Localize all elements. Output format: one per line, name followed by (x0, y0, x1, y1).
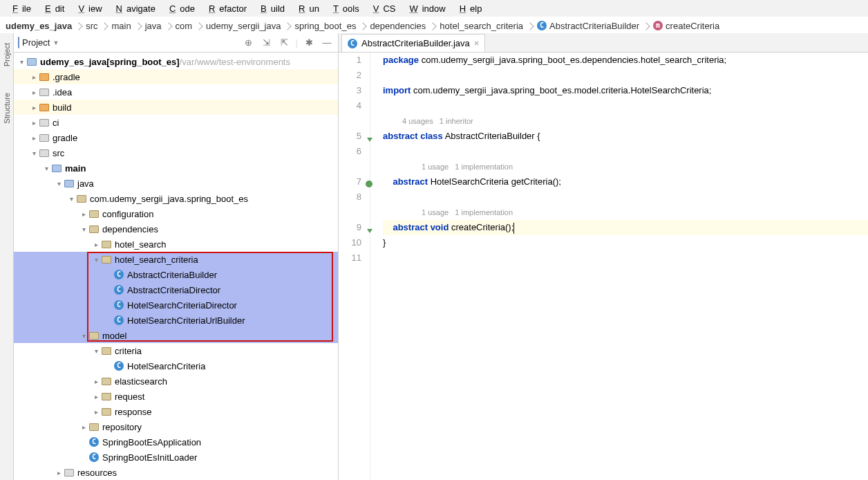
tree-item-hotelsearchcriteriadirector[interactable]: ·CHotelSearchCriteriaDirector (14, 297, 338, 313)
tree-item-main[interactable]: ▾main (14, 160, 338, 176)
code-area[interactable]: 1234 56 78 91011 package com.udemy_sergi… (339, 53, 868, 480)
tree-item-src[interactable]: ▾src (14, 145, 338, 160)
tree-item-hotel-search[interactable]: ▸hotel_search (14, 237, 338, 252)
tree-item-repository[interactable]: ▸repository (14, 419, 338, 434)
editor: C AbstractCriteriaBuilder.java × 1234 56… (339, 33, 868, 480)
breadcrumbs: udemy_es_javasrcmainjavacomudemy_sergii_… (0, 17, 868, 33)
locate-icon[interactable]: ⊕ (242, 36, 256, 50)
menu-file[interactable]: File (4, 3, 35, 15)
tree-item-build[interactable]: ▸build (14, 100, 338, 115)
breadcrumb-hotel_search_criteria[interactable]: hotel_search_criteria (438, 21, 525, 31)
breadcrumb-abstractcriteriabuilder[interactable]: C AbstractCriteriaBuilder (536, 21, 641, 31)
hide-icon[interactable]: — (320, 36, 334, 50)
tree-item-java[interactable]: ▾java (14, 176, 338, 191)
tree-item-gradle[interactable]: ▸gradle (14, 130, 338, 145)
tree-item--idea[interactable]: ▸.idea (14, 84, 338, 100)
menu-build[interactable]: Build (252, 3, 289, 15)
menu-navigate[interactable]: Navigate (108, 3, 160, 15)
breadcrumb-com[interactable]: com (174, 21, 194, 31)
structure-tool-tab[interactable]: Structure (3, 90, 11, 127)
tree-item-abstractcriteriadirector[interactable]: ·CAbstractCriteriaDirector (14, 282, 338, 297)
tree-item-response[interactable]: ▸response (14, 404, 338, 419)
project-tree[interactable]: ▾udemy_es_java [spring_boot_es] /var/www… (14, 53, 338, 480)
project-panel-header: Project ▼ ⊕ ⇲ ⇱ | ✱ — (14, 33, 338, 53)
breadcrumb-createcriteria[interactable]: m createCriteria (652, 21, 721, 31)
menu-tools[interactable]: Tools (325, 3, 364, 15)
menu-run[interactable]: Run (290, 3, 323, 15)
tree-item--gradle[interactable]: ▸.gradle (14, 69, 338, 84)
breadcrumb-main[interactable]: main (110, 21, 132, 31)
code[interactable]: package com.udemy_sergii_java.spring_boo… (370, 53, 868, 480)
breadcrumb-udemy_sergii_java[interactable]: udemy_sergii_java (205, 21, 282, 31)
tree-item-abstractcriteriabuilder[interactable]: ·CAbstractCriteriaBuilder (14, 267, 338, 282)
gutter[interactable]: 1234 56 78 91011 (339, 53, 370, 480)
tree-item-elasticsearch[interactable]: ▸elasticsearch (14, 373, 338, 389)
editor-tab[interactable]: C AbstractCriteriaBuilder.java × (341, 34, 485, 52)
class-icon: C (348, 39, 357, 48)
breadcrumb-spring_boot_es[interactable]: spring_boot_es (293, 21, 357, 31)
tree-item-springbootesinitloader[interactable]: ·CSpringBootEsInitLoader (14, 450, 338, 465)
tree-item-resources[interactable]: ▸resources (14, 465, 338, 480)
menu-vcs[interactable]: VCS (365, 3, 400, 15)
breadcrumb-dependencies[interactable]: dependencies (368, 21, 427, 31)
tree-item-hotel-search-criteria[interactable]: ▾hotel_search_criteria (14, 252, 338, 267)
tree-item-model[interactable]: ▾model (14, 328, 338, 343)
tree-item-com-udemy-sergii-java-spring-boot-es[interactable]: ▾com.udemy_sergii_java.spring_boot_es (14, 191, 338, 206)
project-panel-title[interactable]: Project ▼ (18, 37, 59, 48)
tree-item-request[interactable]: ▸request (14, 389, 338, 404)
settings-icon[interactable]: ✱ (302, 36, 316, 50)
menu-code[interactable]: Code (161, 3, 199, 15)
tree-item-dependencies[interactable]: ▾dependencies (14, 221, 338, 237)
menu-help[interactable]: Help (451, 3, 487, 15)
project-panel: Project ▼ ⊕ ⇲ ⇱ | ✱ — ▾udemy_es_java [sp… (14, 33, 339, 480)
tree-item-ci[interactable]: ▸ci (14, 115, 338, 130)
tree-item-configuration[interactable]: ▸configuration (14, 206, 338, 221)
expand-all-icon[interactable]: ⇲ (260, 36, 274, 50)
tree-item-hotelsearchcriteria[interactable]: ·CHotelSearchCriteria (14, 358, 338, 373)
menu-view[interactable]: View (70, 3, 106, 15)
editor-tabbar: C AbstractCriteriaBuilder.java × (339, 33, 868, 53)
menu-window[interactable]: Window (401, 3, 449, 15)
collapse-all-icon[interactable]: ⇱ (278, 36, 292, 50)
project-tool-tab[interactable]: Project (3, 40, 11, 69)
left-toolwindow-bar: Project Structure (0, 33, 14, 480)
tree-root[interactable]: ▾udemy_es_java [spring_boot_es] /var/www… (14, 54, 338, 69)
menu-refactor[interactable]: Refactor (200, 3, 251, 15)
tree-item-criteria[interactable]: ▾criteria (14, 343, 338, 358)
menubar: FileEditViewNavigateCodeRefactorBuildRun… (0, 0, 868, 17)
menu-edit[interactable]: Edit (37, 3, 68, 15)
tree-item-hotelsearchcriteriaurlbuilder[interactable]: ·CHotelSearchCriteriaUrlBuilder (14, 313, 338, 328)
breadcrumb-src[interactable]: src (84, 21, 99, 31)
breadcrumb-udemy_es_java[interactable]: udemy_es_java (4, 21, 73, 31)
tree-item-springbootesapplication[interactable]: ·CSpringBootEsApplication (14, 434, 338, 450)
close-tab-icon[interactable]: × (474, 38, 480, 48)
breadcrumb-java[interactable]: java (144, 21, 163, 31)
